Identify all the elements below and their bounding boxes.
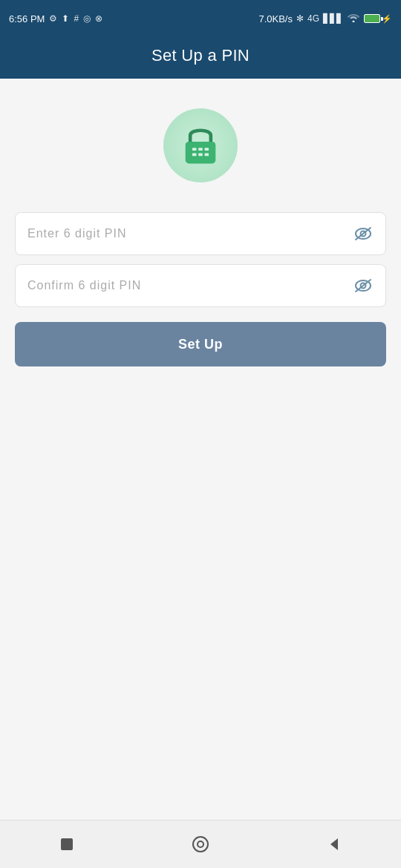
network-4g-icon: 4G xyxy=(307,13,319,24)
bluetooth-icon: ✻ xyxy=(296,13,304,24)
svg-marker-16 xyxy=(330,838,338,850)
nav-recent-apps-button[interactable] xyxy=(48,826,85,863)
signal-bars-icon: ▋▋▋ xyxy=(323,13,343,24)
status-right: 7.0KB/s ✻ 4G ▋▋▋ ⚡ xyxy=(258,13,392,24)
svg-rect-13 xyxy=(61,838,73,850)
svg-rect-5 xyxy=(198,154,203,157)
lock-icon xyxy=(178,123,223,168)
status-left: 6:56 PM ⚙ ⬆ # ◎ ⊗ xyxy=(9,13,102,24)
network-speed: 7.0KB/s xyxy=(258,13,293,24)
svg-rect-3 xyxy=(205,148,209,151)
charging-icon: ⚡ xyxy=(382,14,392,24)
svg-rect-1 xyxy=(192,148,197,151)
main-content: Set Up xyxy=(0,79,401,381)
toggle-confirm-visibility-icon[interactable] xyxy=(353,278,374,293)
svg-point-14 xyxy=(193,837,208,852)
circle-icon: ◎ xyxy=(83,13,91,24)
navigation-bar xyxy=(0,820,401,868)
svg-rect-4 xyxy=(192,154,197,157)
setup-button[interactable]: Set Up xyxy=(15,322,386,366)
pin-input-group xyxy=(15,212,386,307)
grid-icon: # xyxy=(74,13,79,24)
status-bar: 6:56 PM ⚙ ⬆ # ◎ ⊗ 7.0KB/s ✻ 4G ▋▋▋ ⚡ xyxy=(0,0,401,37)
nav-back-button[interactable] xyxy=(316,826,353,863)
page-title: Set Up a PIN xyxy=(151,46,250,65)
confirm-pin-input-wrapper xyxy=(15,264,386,307)
upload-icon: ⬆ xyxy=(62,13,69,24)
svg-rect-2 xyxy=(198,148,203,151)
time-display: 6:56 PM xyxy=(9,13,45,24)
svg-rect-6 xyxy=(205,154,209,157)
settings-icon: ⚙ xyxy=(49,13,57,24)
battery-container: ⚡ xyxy=(364,14,392,24)
wifi-icon xyxy=(347,13,360,24)
pin-input-wrapper xyxy=(15,212,386,255)
svg-point-15 xyxy=(198,841,203,847)
toggle-pin-visibility-icon[interactable] xyxy=(353,226,374,241)
nav-home-button[interactable] xyxy=(182,826,219,863)
battery-icon xyxy=(364,14,380,23)
at-icon: ⊗ xyxy=(95,13,102,24)
svg-rect-0 xyxy=(186,142,216,164)
lock-icon-container xyxy=(163,108,238,183)
pin-input[interactable] xyxy=(27,227,353,240)
confirm-pin-input[interactable] xyxy=(27,279,353,292)
app-header: Set Up a PIN xyxy=(0,37,401,79)
